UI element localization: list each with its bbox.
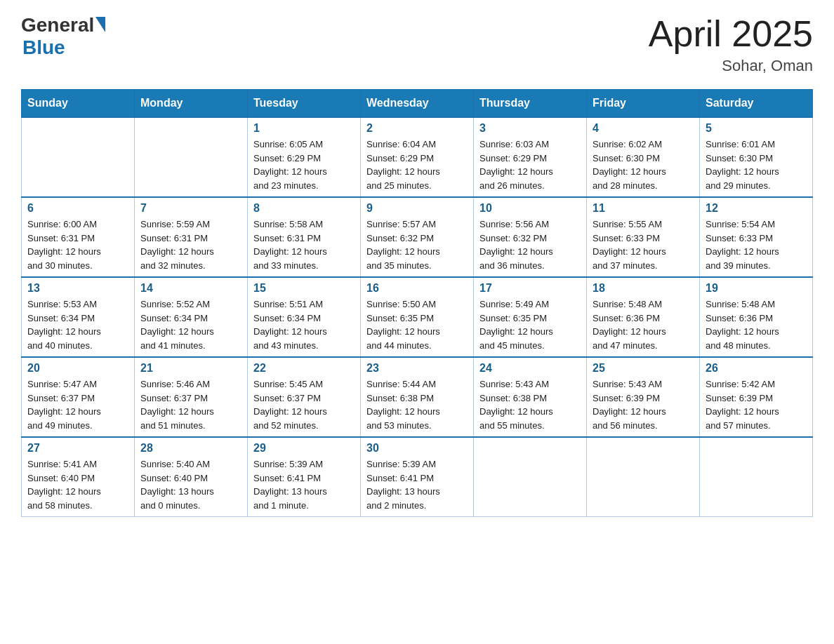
- calendar-cell: [700, 437, 813, 517]
- day-number: 23: [366, 362, 468, 375]
- day-info: Sunrise: 5:51 AMSunset: 6:34 PMDaylight:…: [253, 297, 355, 352]
- day-number: 27: [27, 442, 128, 455]
- day-number: 30: [366, 442, 468, 455]
- day-number: 26: [706, 362, 807, 375]
- calendar-header-monday: Monday: [135, 90, 248, 118]
- logo-blue-text: Blue: [22, 36, 65, 59]
- calendar-table: SundayMondayTuesdayWednesdayThursdayFrid…: [21, 89, 813, 517]
- calendar-header-tuesday: Tuesday: [248, 90, 361, 118]
- day-info: Sunrise: 5:39 AMSunset: 6:41 PMDaylight:…: [366, 457, 468, 512]
- calendar-cell: 1Sunrise: 6:05 AMSunset: 6:29 PMDaylight…: [248, 117, 361, 197]
- calendar-cell: 13Sunrise: 5:53 AMSunset: 6:34 PMDayligh…: [22, 277, 135, 357]
- day-number: 2: [366, 122, 468, 135]
- calendar-cell: [22, 117, 135, 197]
- calendar-cell: 25Sunrise: 5:43 AMSunset: 6:39 PMDayligh…: [587, 357, 700, 437]
- calendar-header-row: SundayMondayTuesdayWednesdayThursdayFrid…: [22, 90, 813, 118]
- calendar-week-row-4: 20Sunrise: 5:47 AMSunset: 6:37 PMDayligh…: [22, 357, 813, 437]
- day-info: Sunrise: 6:04 AMSunset: 6:29 PMDaylight:…: [366, 137, 468, 192]
- calendar-cell: 9Sunrise: 5:57 AMSunset: 6:32 PMDaylight…: [361, 197, 474, 277]
- day-info: Sunrise: 5:41 AMSunset: 6:40 PMDaylight:…: [27, 457, 128, 512]
- calendar-cell: 23Sunrise: 5:44 AMSunset: 6:38 PMDayligh…: [361, 357, 474, 437]
- calendar-cell: 28Sunrise: 5:40 AMSunset: 6:40 PMDayligh…: [135, 437, 248, 517]
- day-info: Sunrise: 5:49 AMSunset: 6:35 PMDaylight:…: [479, 297, 581, 352]
- day-info: Sunrise: 5:50 AMSunset: 6:35 PMDaylight:…: [366, 297, 468, 352]
- day-info: Sunrise: 5:54 AMSunset: 6:33 PMDaylight:…: [706, 217, 807, 272]
- day-number: 13: [27, 282, 128, 295]
- day-info: Sunrise: 5:45 AMSunset: 6:37 PMDaylight:…: [253, 377, 355, 432]
- day-number: 22: [253, 362, 355, 375]
- calendar-week-row-3: 13Sunrise: 5:53 AMSunset: 6:34 PMDayligh…: [22, 277, 813, 357]
- day-info: Sunrise: 6:05 AMSunset: 6:29 PMDaylight:…: [253, 137, 355, 192]
- day-info: Sunrise: 5:39 AMSunset: 6:41 PMDaylight:…: [253, 457, 355, 512]
- day-info: Sunrise: 5:40 AMSunset: 6:40 PMDaylight:…: [140, 457, 241, 512]
- calendar-cell: 21Sunrise: 5:46 AMSunset: 6:37 PMDayligh…: [135, 357, 248, 437]
- calendar-cell: 19Sunrise: 5:48 AMSunset: 6:36 PMDayligh…: [700, 277, 813, 357]
- day-number: 28: [140, 442, 241, 455]
- page-header: General Blue April 2025 Sohar, Oman: [21, 14, 813, 75]
- calendar-cell: 27Sunrise: 5:41 AMSunset: 6:40 PMDayligh…: [22, 437, 135, 517]
- logo: General Blue: [21, 14, 105, 59]
- day-info: Sunrise: 5:46 AMSunset: 6:37 PMDaylight:…: [140, 377, 241, 432]
- day-number: 12: [706, 202, 807, 215]
- day-info: Sunrise: 5:48 AMSunset: 6:36 PMDaylight:…: [593, 297, 694, 352]
- day-number: 25: [593, 362, 694, 375]
- day-info: Sunrise: 6:02 AMSunset: 6:30 PMDaylight:…: [593, 137, 694, 192]
- logo-triangle-icon: [95, 17, 105, 32]
- calendar-header-thursday: Thursday: [474, 90, 587, 118]
- day-info: Sunrise: 5:43 AMSunset: 6:38 PMDaylight:…: [479, 377, 581, 432]
- day-info: Sunrise: 5:55 AMSunset: 6:33 PMDaylight:…: [593, 217, 694, 272]
- calendar-cell: 24Sunrise: 5:43 AMSunset: 6:38 PMDayligh…: [474, 357, 587, 437]
- day-number: 17: [479, 282, 581, 295]
- calendar-cell: 17Sunrise: 5:49 AMSunset: 6:35 PMDayligh…: [474, 277, 587, 357]
- day-info: Sunrise: 6:03 AMSunset: 6:29 PMDaylight:…: [479, 137, 581, 192]
- calendar-cell: 2Sunrise: 6:04 AMSunset: 6:29 PMDaylight…: [361, 117, 474, 197]
- day-number: 18: [593, 282, 694, 295]
- calendar-header-friday: Friday: [587, 90, 700, 118]
- calendar-cell: 29Sunrise: 5:39 AMSunset: 6:41 PMDayligh…: [248, 437, 361, 517]
- calendar-cell: 26Sunrise: 5:42 AMSunset: 6:39 PMDayligh…: [700, 357, 813, 437]
- calendar-cell: 14Sunrise: 5:52 AMSunset: 6:34 PMDayligh…: [135, 277, 248, 357]
- day-number: 9: [366, 202, 468, 215]
- calendar-week-row-5: 27Sunrise: 5:41 AMSunset: 6:40 PMDayligh…: [22, 437, 813, 517]
- calendar-cell: 20Sunrise: 5:47 AMSunset: 6:37 PMDayligh…: [22, 357, 135, 437]
- day-info: Sunrise: 5:53 AMSunset: 6:34 PMDaylight:…: [27, 297, 128, 352]
- day-number: 5: [706, 122, 807, 135]
- day-info: Sunrise: 6:00 AMSunset: 6:31 PMDaylight:…: [27, 217, 128, 272]
- day-number: 10: [479, 202, 581, 215]
- calendar-cell: 12Sunrise: 5:54 AMSunset: 6:33 PMDayligh…: [700, 197, 813, 277]
- day-info: Sunrise: 5:42 AMSunset: 6:39 PMDaylight:…: [706, 377, 807, 432]
- calendar-week-row-1: 1Sunrise: 6:05 AMSunset: 6:29 PMDaylight…: [22, 117, 813, 197]
- calendar-cell: 6Sunrise: 6:00 AMSunset: 6:31 PMDaylight…: [22, 197, 135, 277]
- day-info: Sunrise: 5:57 AMSunset: 6:32 PMDaylight:…: [366, 217, 468, 272]
- logo-general-text: General: [21, 14, 94, 36]
- day-number: 7: [140, 202, 241, 215]
- day-number: 14: [140, 282, 241, 295]
- calendar-cell: 18Sunrise: 5:48 AMSunset: 6:36 PMDayligh…: [587, 277, 700, 357]
- page-title: April 2025: [649, 14, 813, 54]
- day-number: 8: [253, 202, 355, 215]
- day-info: Sunrise: 5:52 AMSunset: 6:34 PMDaylight:…: [140, 297, 241, 352]
- day-number: 15: [253, 282, 355, 295]
- calendar-cell: 3Sunrise: 6:03 AMSunset: 6:29 PMDaylight…: [474, 117, 587, 197]
- day-info: Sunrise: 5:47 AMSunset: 6:37 PMDaylight:…: [27, 377, 128, 432]
- calendar-header-wednesday: Wednesday: [361, 90, 474, 118]
- calendar-header-saturday: Saturday: [700, 90, 813, 118]
- day-number: 21: [140, 362, 241, 375]
- calendar-cell: 10Sunrise: 5:56 AMSunset: 6:32 PMDayligh…: [474, 197, 587, 277]
- calendar-cell: 7Sunrise: 5:59 AMSunset: 6:31 PMDaylight…: [135, 197, 248, 277]
- day-info: Sunrise: 6:01 AMSunset: 6:30 PMDaylight:…: [706, 137, 807, 192]
- day-number: 24: [479, 362, 581, 375]
- calendar-cell: [135, 117, 248, 197]
- day-number: 6: [27, 202, 128, 215]
- calendar-cell: 5Sunrise: 6:01 AMSunset: 6:30 PMDaylight…: [700, 117, 813, 197]
- day-number: 11: [593, 202, 694, 215]
- day-number: 16: [366, 282, 468, 295]
- calendar-cell: [474, 437, 587, 517]
- day-number: 3: [479, 122, 581, 135]
- calendar-cell: 22Sunrise: 5:45 AMSunset: 6:37 PMDayligh…: [248, 357, 361, 437]
- day-info: Sunrise: 5:56 AMSunset: 6:32 PMDaylight:…: [479, 217, 581, 272]
- page-subtitle: Sohar, Oman: [649, 57, 813, 75]
- day-number: 1: [253, 122, 355, 135]
- day-number: 29: [253, 442, 355, 455]
- calendar-cell: 8Sunrise: 5:58 AMSunset: 6:31 PMDaylight…: [248, 197, 361, 277]
